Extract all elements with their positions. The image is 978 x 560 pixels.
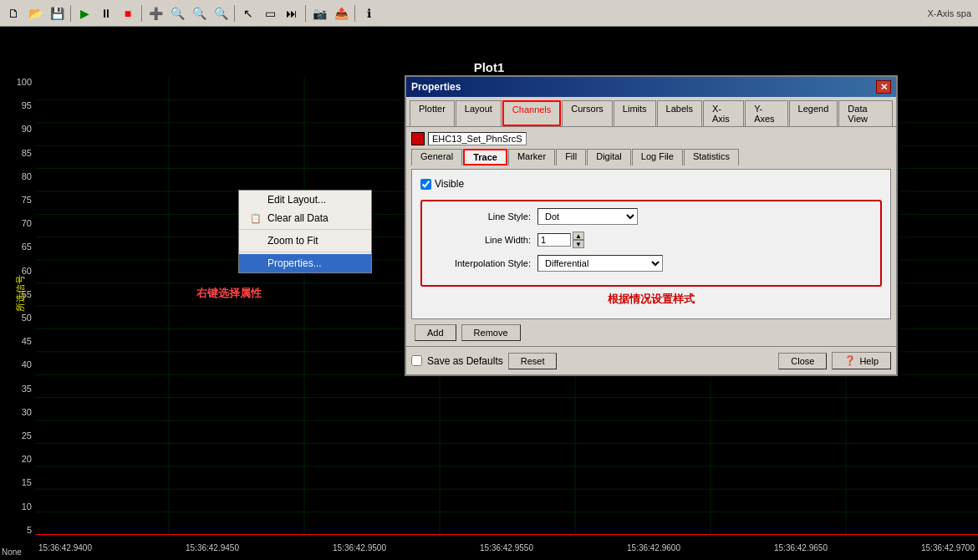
- toolbar: 🗋 📂 💾 ▶ ⏸ ■ ➕ 🔍 🔍 🔍 ↖ ▭ ⏭ 📷 📤 ℹ X-Axis s…: [0, 0, 978, 27]
- sub-tab-fill[interactable]: Fill: [556, 149, 586, 165]
- reset-button[interactable]: Reset: [508, 353, 558, 369]
- line-width-up[interactable]: ▲: [573, 232, 584, 240]
- ctx-clear-data[interactable]: 📋 Clear all Data: [239, 209, 371, 227]
- visible-label: Visible: [435, 178, 464, 190]
- dialog-close-button[interactable]: ✕: [876, 80, 891, 94]
- channel-name-display: EHC13_Set_PhnSrcS: [428, 132, 527, 145]
- tab-cursors[interactable]: Cursors: [562, 100, 613, 126]
- sub-tabs: General Trace Marker Fill Digital Log Fi…: [411, 149, 891, 165]
- toolbar-save[interactable]: 💾: [47, 3, 67, 23]
- visible-checkbox[interactable]: [420, 179, 431, 190]
- tab-legend[interactable]: Legend: [789, 100, 838, 126]
- line-style-row: Line Style: Solid Dot Dash DashDot DashD…: [429, 208, 874, 225]
- tab-plotter[interactable]: Plotter: [410, 100, 455, 126]
- tab-labels[interactable]: Labels: [657, 100, 702, 126]
- y-axis-label: 所选信号: [14, 275, 27, 312]
- interp-style-control: Linear Step Differential: [537, 255, 663, 272]
- line-style-select[interactable]: Solid Dot Dash DashDot DashDotDot: [537, 208, 638, 225]
- line-width-down[interactable]: ▼: [573, 240, 584, 248]
- main-tabs: Plotter Layout Channels Cursors Limits L…: [406, 97, 896, 127]
- add-remove-row: Add Remove: [411, 324, 891, 341]
- line-width-control: ▲ ▼: [537, 232, 584, 248]
- interp-style-select[interactable]: Linear Step Differential: [537, 255, 663, 272]
- channel-row: EHC13_Set_PhnSrcS: [411, 132, 891, 145]
- line-width-row: Line Width: ▲ ▼: [429, 232, 874, 248]
- xaxis-label: X-Axis spa: [927, 8, 971, 18]
- dialog-content: EHC13_Set_PhnSrcS General Trace Marker F…: [406, 127, 896, 346]
- tab-dataview[interactable]: Data View: [838, 100, 893, 126]
- remove-button[interactable]: Remove: [461, 324, 521, 341]
- annotation-ctx: 右键选择属性: [196, 286, 262, 301]
- sub-tab-trace[interactable]: Trace: [463, 149, 507, 165]
- sub-tab-marker[interactable]: Marker: [508, 149, 555, 165]
- add-button[interactable]: Add: [415, 324, 456, 341]
- toolbar-goto-end[interactable]: ⏭: [282, 3, 302, 23]
- annotation-style: 根据情况设置样式: [420, 292, 882, 307]
- sub-tab-logfile[interactable]: Log File: [632, 149, 683, 165]
- line-style-control: Solid Dot Dash DashDot DashDotDot: [537, 208, 638, 225]
- dialog-title: Properties: [411, 81, 461, 93]
- toolbar-zoom-cursor[interactable]: 🔍: [167, 3, 187, 23]
- tab-limits[interactable]: Limits: [614, 100, 656, 126]
- toolbar-zoom-in[interactable]: 🔍: [211, 3, 231, 23]
- toolbar-pause[interactable]: ⏸: [96, 3, 116, 23]
- none-label: None: [2, 547, 22, 557]
- context-menu: Edit Layout... 📋 Clear all Data Zoom to …: [238, 190, 372, 273]
- toolbar-new[interactable]: 🗋: [3, 3, 23, 23]
- help-icon: ❓: [844, 355, 856, 366]
- save-defaults-checkbox[interactable]: [411, 355, 422, 366]
- visible-row: Visible: [420, 178, 882, 190]
- toolbar-select[interactable]: ↖: [238, 3, 258, 23]
- toolbar-info[interactable]: ℹ: [359, 3, 379, 23]
- toolbar-zoom-out[interactable]: 🔍: [189, 3, 209, 23]
- ctx-edit-layout[interactable]: Edit Layout...: [239, 191, 371, 209]
- tab-yaxes[interactable]: Y-Axes: [745, 100, 787, 126]
- plot-title: Plot1: [0, 60, 978, 74]
- line-width-label: Line Width:: [429, 235, 537, 245]
- interp-style-row: Interpolation Style: Linear Step Differe…: [429, 255, 874, 272]
- tab-layout[interactable]: Layout: [456, 100, 502, 126]
- close-button[interactable]: Close: [778, 353, 827, 369]
- ctx-properties[interactable]: Properties...: [239, 254, 371, 272]
- sub-content: Visible Line Style: Solid Dot Dash DashD…: [411, 169, 891, 319]
- sub-tab-digital[interactable]: Digital: [587, 149, 631, 165]
- save-defaults-label: Save as Defaults: [427, 355, 503, 367]
- sub-tab-statistics[interactable]: Statistics: [684, 149, 739, 165]
- line-width-spinner: ▲ ▼: [573, 232, 584, 248]
- toolbar-stop[interactable]: ■: [118, 3, 138, 23]
- channel-color-box: [411, 132, 425, 145]
- sub-tab-general[interactable]: General: [411, 149, 462, 165]
- clear-icon: 📋: [249, 213, 262, 224]
- line-width-input[interactable]: [537, 233, 571, 247]
- toolbar-open[interactable]: 📂: [25, 3, 45, 23]
- toolbar-screenshot[interactable]: 📷: [309, 3, 329, 23]
- toolbar-export[interactable]: 📤: [331, 3, 351, 23]
- toolbar-rect[interactable]: ▭: [260, 3, 280, 23]
- toolbar-add[interactable]: ➕: [145, 3, 166, 23]
- line-style-label: Line Style:: [429, 211, 537, 221]
- dialog-titlebar: Properties ✕: [406, 77, 896, 97]
- x-axis: 15:36:42.9400 15:36:42.9450 15:36:42.950…: [35, 535, 978, 560]
- help-button[interactable]: ❓ Help: [832, 352, 891, 369]
- dialog-bottom: Save as Defaults Reset Close ❓ Help: [406, 346, 896, 374]
- tab-xaxis[interactable]: X-Axis: [703, 100, 744, 126]
- interp-style-label: Interpolation Style:: [429, 258, 537, 268]
- properties-dialog: Properties ✕ Plotter Layout Channels Cur…: [405, 75, 898, 376]
- tab-channels[interactable]: Channels: [502, 100, 561, 126]
- ctx-zoom-fit[interactable]: Zoom to Fit: [239, 232, 371, 250]
- trace-settings-group: Line Style: Solid Dot Dash DashDot DashD…: [420, 200, 882, 287]
- toolbar-run[interactable]: ▶: [74, 3, 94, 23]
